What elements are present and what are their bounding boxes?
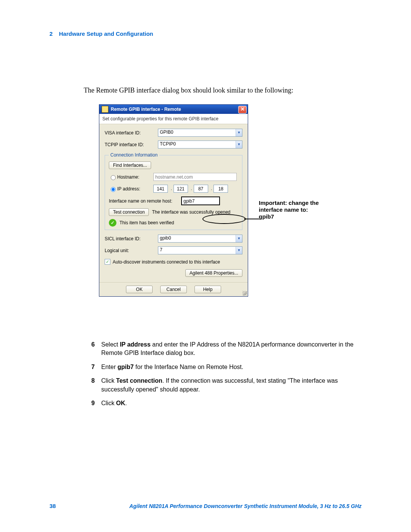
chapter-header: 2 Hardware Setup and Configuration bbox=[49, 30, 362, 37]
step-text: Select IP address and enter the IP Addre… bbox=[101, 340, 362, 358]
chapter-number: 2 bbox=[49, 30, 53, 37]
logical-unit-value: 7 bbox=[158, 247, 236, 254]
ip-octet-2[interactable] bbox=[174, 185, 188, 193]
connection-legend: Connection Information bbox=[109, 152, 159, 158]
test-connection-button[interactable]: Test connection bbox=[109, 208, 149, 216]
dialog-app-icon bbox=[102, 106, 108, 113]
callout-text: Important: change the interface name to:… bbox=[259, 200, 319, 220]
sicl-combo[interactable]: gpib0 ▼ bbox=[158, 235, 242, 243]
step-text: Enter gpib7 for the Interface Name on Re… bbox=[101, 363, 362, 371]
autodiscover-checkbox[interactable]: ✓ bbox=[105, 259, 110, 265]
ip-octet-1[interactable] bbox=[153, 185, 168, 193]
step-text: Click Test connection. If the connection… bbox=[101, 377, 362, 394]
remote-iface-label: Interface name on remote host: bbox=[109, 198, 181, 204]
tcpip-combo[interactable]: TCPIP0 ▼ bbox=[158, 141, 242, 149]
callout-line bbox=[244, 219, 259, 219]
ip-octet-3[interactable] bbox=[194, 185, 208, 193]
cancel-button[interactable]: Cancel bbox=[160, 286, 187, 293]
logical-unit-combo[interactable]: 7 ▼ bbox=[158, 246, 242, 254]
chevron-down-icon[interactable]: ▼ bbox=[236, 247, 242, 254]
ipaddress-radio[interactable] bbox=[111, 187, 116, 192]
hostname-input[interactable] bbox=[153, 173, 237, 181]
ok-button[interactable]: OK bbox=[126, 286, 153, 293]
chevron-down-icon[interactable]: ▼ bbox=[236, 129, 242, 136]
step-number: 7 bbox=[91, 363, 101, 371]
test-result-text: The interface was successfully opened bbox=[152, 209, 230, 215]
checkmark-icon: ✓ bbox=[109, 219, 116, 227]
help-button[interactable]: Help bbox=[194, 286, 221, 293]
visa-value: GPIB0 bbox=[158, 129, 236, 136]
dialog-title: Remote GPIB interface - Remote bbox=[111, 107, 181, 112]
remote-iface-input[interactable] bbox=[181, 197, 220, 205]
instruction-item: 6Select IP address and enter the IP Addr… bbox=[91, 340, 362, 358]
step-number: 8 bbox=[91, 377, 101, 394]
sicl-value: gpib0 bbox=[158, 235, 236, 242]
step-number: 9 bbox=[91, 399, 101, 407]
dialog-titlebar[interactable]: Remote GPIB interface - Remote ✕ bbox=[99, 105, 248, 114]
chapter-title: Hardware Setup and Configuration bbox=[59, 30, 153, 37]
close-button[interactable]: ✕ bbox=[238, 106, 247, 113]
step-text: Click OK. bbox=[101, 399, 362, 407]
page-number: 38 bbox=[49, 503, 56, 509]
hostname-label: Hostname: bbox=[117, 174, 153, 180]
remote-gpib-dialog: Remote GPIB interface - Remote ✕ Set con… bbox=[99, 104, 248, 297]
ip-octet-4[interactable] bbox=[213, 185, 228, 193]
autodiscover-label: Auto-discover instruments connected to t… bbox=[113, 259, 220, 265]
resize-grip-icon[interactable] bbox=[242, 291, 247, 296]
step-number: 6 bbox=[91, 340, 101, 358]
instruction-item: 7Enter gpib7 for the Interface Name on R… bbox=[91, 363, 362, 371]
screenshot-figure: Remote GPIB interface - Remote ✕ Set con… bbox=[99, 104, 362, 333]
hostname-radio[interactable] bbox=[111, 175, 116, 180]
page-footer: 38 Agilent N8201A Performance Downconver… bbox=[49, 503, 362, 509]
tcpip-value: TCPIP0 bbox=[158, 141, 236, 148]
visa-combo[interactable]: GPIB0 ▼ bbox=[158, 129, 242, 137]
visa-label: VISA interface ID: bbox=[105, 130, 158, 136]
logical-unit-label: Logical unit: bbox=[105, 248, 158, 253]
agilent-488-button[interactable]: Agilent 488 Properties... bbox=[185, 269, 242, 277]
doc-title: Agilent N8201A Performance Downconverter… bbox=[129, 503, 362, 509]
instructions-list: 6Select IP address and enter the IP Addr… bbox=[91, 340, 362, 407]
intro-text: The Remote GPIB interface dialog box sho… bbox=[84, 86, 362, 94]
instruction-item: 8Click Test connection. If the connectio… bbox=[91, 377, 362, 394]
chevron-down-icon[interactable]: ▼ bbox=[236, 235, 242, 242]
chevron-down-icon[interactable]: ▼ bbox=[236, 141, 242, 148]
verified-text: This item has been verified bbox=[119, 220, 174, 225]
sicl-label: SICL interface ID: bbox=[105, 236, 158, 241]
connection-fieldset: Connection Information Find Interfaces..… bbox=[105, 152, 242, 230]
dialog-subtitle: Set configurable properties for this rem… bbox=[99, 114, 248, 124]
instruction-item: 9Click OK. bbox=[91, 399, 362, 407]
find-interfaces-button[interactable]: Find Interfaces... bbox=[109, 161, 151, 169]
ipaddress-label: IP address: bbox=[117, 186, 153, 192]
tcpip-label: TCPIP interface ID: bbox=[105, 142, 158, 147]
